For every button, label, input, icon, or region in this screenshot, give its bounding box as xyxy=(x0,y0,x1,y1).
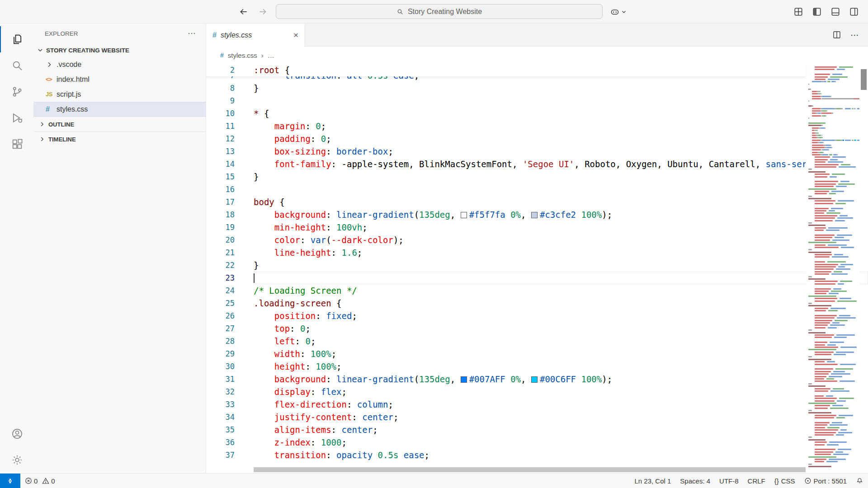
line-text[interactable]: box-sizing: border-box; xyxy=(254,145,868,158)
workspace-folder-header[interactable]: STORY CREATING WEBSITE xyxy=(33,43,206,57)
line-number[interactable]: 8 xyxy=(206,82,254,94)
customize-layout-icon[interactable] xyxy=(793,6,804,18)
line-text[interactable]: } xyxy=(254,82,868,94)
activity-explorer[interactable] xyxy=(0,26,33,52)
horizontal-scrollbar-thumb[interactable] xyxy=(254,467,806,472)
code-line[interactable]: 27 top: 0; xyxy=(206,322,868,335)
line-number[interactable]: 10 xyxy=(206,107,254,120)
split-editor-icon[interactable] xyxy=(832,30,841,39)
color-swatch[interactable] xyxy=(531,376,538,383)
line-number[interactable]: 28 xyxy=(206,335,254,347)
line-number[interactable]: 17 xyxy=(206,196,254,208)
code-line[interactable]: 17body { xyxy=(206,196,868,208)
file-item-script.js[interactable]: JSscript.js xyxy=(33,87,206,102)
line-text[interactable] xyxy=(254,94,868,107)
line-number[interactable]: 12 xyxy=(206,132,254,145)
line-text[interactable]: height: 100%; xyxy=(254,360,868,373)
vertical-scrollbar-thumb[interactable] xyxy=(861,69,867,90)
line-number[interactable]: 29 xyxy=(206,347,254,360)
encoding-indicator[interactable]: UTF-8 xyxy=(715,474,743,488)
line-number[interactable]: 30 xyxy=(206,360,254,373)
live-server-port[interactable]: Port : 5501 xyxy=(800,474,851,488)
line-number[interactable]: 9 xyxy=(206,94,254,107)
code-line[interactable]: 32 display: flex; xyxy=(206,385,868,398)
code-line[interactable]: 25.loading-screen { xyxy=(206,297,868,310)
toggle-primary-sidebar-icon[interactable] xyxy=(811,6,823,18)
code-line[interactable]: 30 height: 100%; xyxy=(206,360,868,373)
code-line[interactable]: 9 xyxy=(206,94,868,107)
code-line[interactable]: 26 position: fixed; xyxy=(206,310,868,322)
activity-account[interactable] xyxy=(0,421,33,447)
line-number[interactable]: 19 xyxy=(206,221,254,234)
line-number[interactable]: 18 xyxy=(206,208,254,221)
code-line[interactable]: 33 flex-direction: column; xyxy=(206,398,868,411)
cursor-position[interactable]: Ln 23, Col 1 xyxy=(630,474,675,488)
code-line[interactable]: 35 align-items: center; xyxy=(206,423,868,436)
line-text[interactable]: margin: 0; xyxy=(254,120,868,132)
code-line[interactable]: 23 xyxy=(206,272,868,284)
line-number[interactable]: 11 xyxy=(206,120,254,132)
activity-search[interactable] xyxy=(0,52,33,79)
code-line[interactable]: 31 background: linear-gradient(135deg, #… xyxy=(206,373,868,385)
activity-run-debug[interactable] xyxy=(0,105,33,131)
code-line[interactable]: 15} xyxy=(206,170,868,183)
activity-source-control[interactable] xyxy=(0,79,33,105)
breadcrumb-file[interactable]: styles.css xyxy=(228,52,257,59)
code-line[interactable]: 8} xyxy=(206,82,868,94)
line-number[interactable]: 26 xyxy=(206,310,254,322)
line-number[interactable]: 25 xyxy=(206,297,254,310)
line-number[interactable]: 14 xyxy=(206,158,254,170)
line-text[interactable]: } xyxy=(254,259,868,272)
code-line[interactable]: 20 color: var(--dark-color); xyxy=(206,234,868,246)
line-number[interactable]: 35 xyxy=(206,423,254,436)
activity-extensions[interactable] xyxy=(0,131,33,157)
problems-indicator[interactable]: 0 0 xyxy=(20,474,62,488)
code-line[interactable]: 37 transition: opacity 0.5s ease; xyxy=(206,449,868,461)
back-arrow-icon[interactable] xyxy=(238,6,250,18)
language-mode[interactable]: {} CSS xyxy=(770,474,800,488)
horizontal-scrollbar[interactable] xyxy=(254,467,806,472)
line-number[interactable]: 37 xyxy=(206,449,254,461)
line-text[interactable]: background: linear-gradient(135deg, #f5f… xyxy=(254,208,868,221)
color-swatch[interactable] xyxy=(531,212,538,218)
sticky-scroll[interactable]: 2:root { xyxy=(206,64,806,76)
eol-indicator[interactable]: CRLF xyxy=(743,474,770,488)
line-text[interactable]: transition: opacity 0.5s ease; xyxy=(254,449,868,461)
code-line[interactable]: 22} xyxy=(206,259,868,272)
line-text[interactable]: align-items: center; xyxy=(254,423,868,436)
minimap[interactable] xyxy=(806,64,859,473)
command-center-search[interactable]: Story Creating Website xyxy=(276,4,603,19)
line-text[interactable]: body { xyxy=(254,196,868,208)
activity-settings[interactable] xyxy=(0,447,33,473)
tab-styles-css[interactable]: # styles.css × xyxy=(206,23,305,47)
forward-arrow-icon[interactable] xyxy=(257,6,269,18)
code-line[interactable]: 34 justify-content: center; xyxy=(206,411,868,423)
explorer-more-actions-icon[interactable]: ⋯ xyxy=(188,28,196,38)
file-item-index.html[interactable]: <>index.html xyxy=(33,72,206,87)
line-text[interactable]: :root { xyxy=(254,64,806,76)
code-line[interactable]: 12 padding: 0; xyxy=(206,132,868,145)
line-text[interactable]: padding: 0; xyxy=(254,132,868,145)
more-actions-icon[interactable]: ⋯ xyxy=(850,30,859,40)
line-number[interactable]: 21 xyxy=(206,246,254,259)
remote-indicator[interactable] xyxy=(0,474,20,488)
code-editor[interactable]: 7 --transition: all 0.3s ease;8}910* {11… xyxy=(206,64,868,473)
line-text[interactable]: position: fixed; xyxy=(254,310,868,322)
breadcrumb-symbol[interactable]: … xyxy=(268,52,274,59)
line-number[interactable]: 36 xyxy=(206,436,254,449)
code-line[interactable]: 16 xyxy=(206,183,868,196)
code-line[interactable]: 24/* Loading Screen */ xyxy=(206,284,868,297)
file-item-styles.css[interactable]: #styles.css xyxy=(33,102,206,117)
line-number[interactable]: 23 xyxy=(206,272,254,284)
line-number[interactable]: 15 xyxy=(206,170,254,183)
indentation-indicator[interactable]: Spaces: 4 xyxy=(675,474,715,488)
line-text[interactable]: background: linear-gradient(135deg, #007… xyxy=(254,373,868,385)
code-line[interactable]: 36 z-index: 1000; xyxy=(206,436,868,449)
toggle-secondary-sidebar-icon[interactable] xyxy=(848,6,860,18)
line-text[interactable]: display: flex; xyxy=(254,385,868,398)
line-text[interactable]: top: 0; xyxy=(254,322,868,335)
code-line[interactable]: 13 box-sizing: border-box; xyxy=(206,145,868,158)
line-text[interactable]: flex-direction: column; xyxy=(254,398,868,411)
line-text[interactable] xyxy=(254,183,868,196)
code-line[interactable]: 29 width: 100%; xyxy=(206,347,868,360)
